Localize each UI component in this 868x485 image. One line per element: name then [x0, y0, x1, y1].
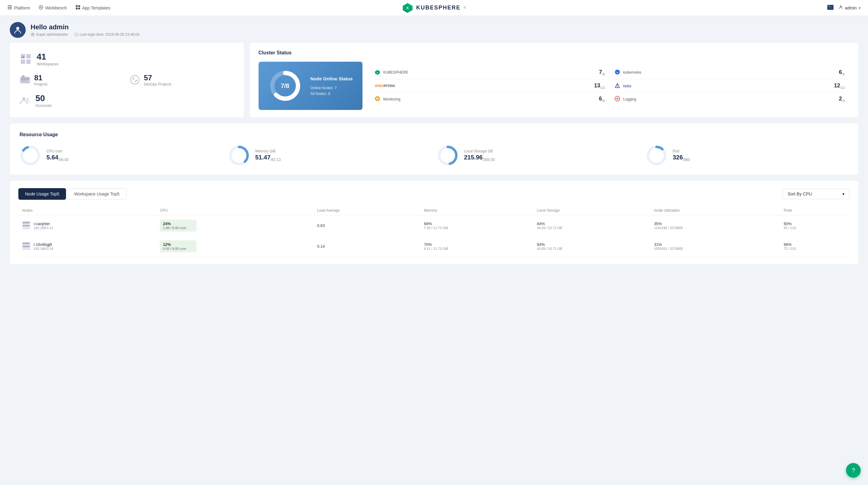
terminal-icon[interactable]: [827, 5, 834, 11]
header: Platform Workbench App Templates: [0, 0, 868, 16]
svg-rect-6: [78, 5, 80, 7]
svg-point-4: [40, 7, 41, 8]
svg-rect-15: [828, 6, 830, 6]
col-inode: inode Utilization: [650, 206, 780, 215]
svg-rect-29: [20, 77, 30, 84]
node-ip: 192.168.0.14: [34, 247, 53, 251]
header-logo: K KUBESPHERE ®: [402, 2, 466, 13]
devops-label: DevOps Projects: [144, 82, 172, 87]
table-wrap: Nodes CPU Load Average Memory Local Stor…: [18, 206, 850, 257]
pods-cell: 60% 65 / 110: [780, 215, 850, 236]
storage-detail: 44.03 / 52.71 GB: [537, 226, 647, 230]
projects-label: Projects: [34, 82, 48, 87]
svg-rect-60: [22, 228, 30, 229]
header-right: admin ▾: [827, 5, 861, 11]
services-grid: K KUBESPHERE 7/8 k: [370, 66, 850, 106]
memory-info: Memory GiB 51.47/82.13: [255, 149, 281, 162]
main-content: 41 Workspaces 81: [0, 43, 868, 274]
svg-rect-5: [76, 5, 78, 7]
svg-point-34: [22, 97, 25, 100]
platform-label: Platform: [14, 5, 30, 10]
svg-rect-31: [21, 78, 29, 79]
stat-accounts: 50 Accounts: [20, 94, 234, 108]
node-cell: i-16x6bgj8 192.168.0.14: [18, 236, 156, 257]
nav-app-templates[interactable]: App Templates: [75, 5, 110, 11]
node-server-icon: [22, 241, 31, 251]
tab-workspace-usage[interactable]: Workspace Usage Top5: [67, 188, 127, 200]
devops-icon: [129, 74, 140, 86]
workspaces-icon: [20, 52, 32, 67]
svg-text:K: K: [377, 72, 378, 74]
cpu-pct: 24%: [163, 221, 193, 226]
workspaces-num: 41: [37, 53, 58, 61]
svg-point-17: [16, 27, 19, 30]
kubernetes-service-name: kubernetes: [623, 70, 836, 74]
cluster-inner: 7/8 Node Online Status Online Nodes: 7 A…: [258, 62, 850, 110]
tab-node-usage[interactable]: Node Usage Top5: [18, 188, 66, 200]
svg-rect-27: [21, 57, 23, 58]
workbench-label: Workbench: [45, 5, 67, 10]
col-cpu: CPU: [156, 206, 313, 215]
svg-rect-8: [78, 8, 80, 9]
svg-rect-64: [25, 225, 29, 226]
istio-service-count: 12/12: [834, 83, 845, 90]
svg-rect-32: [21, 80, 27, 81]
user-chevron-icon: ▾: [859, 5, 861, 10]
svg-point-35: [26, 98, 29, 100]
avatar: [10, 22, 26, 38]
cpu-info: CPU core 5.64/56.00: [46, 149, 68, 162]
memory-cell: 70% 8.11 / 11.73 GiB: [420, 236, 533, 257]
monitoring-icon: [375, 96, 380, 102]
workbench-icon: [38, 5, 43, 11]
svg-text:k: k: [617, 71, 618, 74]
resource-items: CPU core 5.64/56.00 Memory GiB: [20, 145, 848, 166]
stat-projects: 81 Projects: [20, 74, 124, 87]
accounts-icon: [20, 95, 31, 107]
kubesphere-service-name: KUBESPHERE: [383, 70, 596, 74]
svg-point-63: [23, 225, 24, 226]
kubernetes-service-count: 6/6: [839, 69, 845, 76]
table-row: i-16x6bgj8 192.168.0.14 12% 0.93 / 8.00 …: [18, 236, 850, 257]
cpu-bar: 12% 0.93 / 8.00 core: [160, 240, 196, 252]
kubernetes-icon: k: [615, 69, 620, 76]
monitoring-service-name: Monitoring: [383, 97, 596, 101]
stats-card: 41 Workspaces 81: [10, 43, 244, 117]
user-menu[interactable]: admin ▾: [838, 5, 861, 11]
kubesphere-logo-icon: K: [402, 2, 413, 13]
sort-label: Sort By CPU: [787, 192, 812, 196]
memory-cell: 68% 7.93 / 11.73 GiB: [420, 215, 533, 236]
memory-ring: [228, 145, 250, 166]
inode-pct: 31%: [654, 242, 777, 247]
stat-workspaces: 41 Workspaces: [20, 52, 234, 67]
memory-label: Memory GiB: [255, 149, 281, 153]
storage-pct: 84%: [537, 221, 647, 226]
workspaces-info: 41 Workspaces: [37, 53, 58, 66]
service-kubesphere: K KUBESPHERE 7/8: [375, 66, 605, 79]
inode-pct: 35%: [654, 221, 777, 226]
greeting-info: Hello admin Super administrator Last log…: [31, 23, 140, 37]
nav-platform[interactable]: Platform: [7, 5, 30, 11]
devops-info: 57 DevOps Projects: [144, 74, 172, 87]
svg-point-46: [377, 98, 378, 99]
svg-point-61: [23, 222, 24, 223]
donut-all: All Nodes: 8: [311, 92, 353, 96]
svg-rect-25: [26, 54, 31, 58]
projects-info: 81 Projects: [34, 74, 48, 87]
svg-rect-69: [25, 243, 29, 244]
nav-workbench[interactable]: Workbench: [38, 5, 67, 11]
cpu-ring-svg: [20, 145, 41, 166]
tab-buttons: Node Usage Top5 Workspace Usage Top5: [18, 188, 127, 200]
openpitrix-brand-icon: OPENPITRIX: [375, 84, 395, 88]
service-monitoring: Monitoring 6/6: [375, 93, 605, 106]
mem-pct: 68%: [424, 221, 530, 226]
storage-ring: [437, 145, 459, 166]
donut-wrap: 7/8: [268, 69, 302, 103]
sort-select[interactable]: Sort By CPU ▾: [782, 189, 850, 199]
node-ip: 192.168.0.11: [34, 226, 53, 230]
svg-rect-26: [26, 60, 31, 64]
role-icon: [31, 32, 35, 37]
accounts-num: 50: [35, 94, 52, 103]
greeting-title: Hello admin: [31, 23, 140, 31]
svg-point-33: [130, 75, 139, 84]
cpu-cell: 12% 0.93 / 8.00 core: [156, 236, 313, 257]
